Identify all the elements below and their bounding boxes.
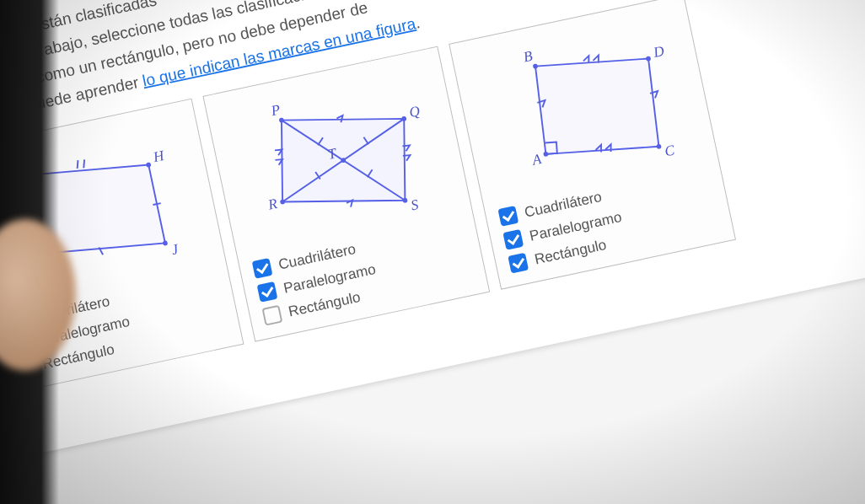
vertex-S: S [410, 196, 421, 213]
vertex-H: H [151, 147, 167, 166]
vertex-J: J [170, 241, 181, 258]
vertex-D: D [651, 43, 666, 61]
svg-marker-13 [528, 43, 667, 169]
vertex-R: R [266, 196, 279, 213]
vertex-C: C [664, 142, 677, 159]
vertex-A: A [530, 151, 544, 169]
figure-card-3: A B C D Cuadrilátero Paralelogramo Rect [449, 0, 736, 290]
checkbox-icon [252, 258, 273, 279]
vertex-P: P [269, 101, 282, 119]
checkbox-icon [497, 206, 518, 227]
checkbox-icon [508, 253, 529, 274]
checkbox-icon [257, 281, 278, 303]
vertex-B: B [522, 48, 535, 66]
checkbox-icon [502, 229, 524, 250]
checkbox-icon [262, 305, 283, 326]
vertex-Q: Q [408, 103, 422, 121]
figure-card-2: P Q R S T Cuadrilátero Paralelogramo [202, 46, 490, 342]
worksheet-page: de las figuras están clasificadas en cad… [0, 0, 865, 464]
